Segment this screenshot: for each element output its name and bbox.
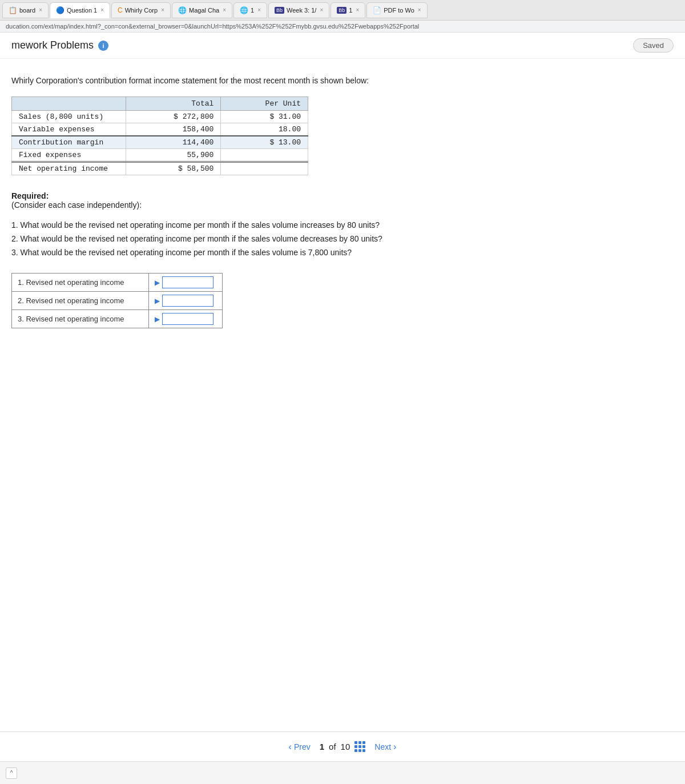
- answer-label-1: 1. Revised net operating income: [12, 274, 149, 292]
- scroll-up-indicator[interactable]: ^: [6, 767, 17, 779]
- info-icon[interactable]: i: [98, 41, 108, 51]
- of-label: of: [329, 742, 336, 751]
- tab-board-label: board: [19, 7, 35, 14]
- tab-board-close[interactable]: ×: [39, 7, 42, 13]
- tab-whirly-close[interactable]: ×: [161, 7, 164, 13]
- answer-input-cell-3: ▶: [148, 310, 222, 328]
- tab-pdf-label: PDF to Wo: [384, 7, 414, 14]
- row-netincome-total: $ 58,500: [126, 162, 221, 175]
- pagination-bar: ‹ Prev 1 of 10 Next ›: [0, 731, 685, 761]
- row-contrib-perunit: $ 13.00: [221, 136, 308, 149]
- prev-chevron-icon: ‹: [289, 742, 292, 752]
- arrow-icon-2: ▶: [155, 297, 160, 305]
- prev-label: Prev: [294, 742, 311, 751]
- table-row: Variable expenses 158,400 18.00: [12, 123, 308, 136]
- required-label: Required:: [11, 191, 674, 200]
- bottom-bar: ^: [0, 761, 685, 784]
- required-section: Required: (Consider each case independen…: [11, 191, 674, 210]
- intro-text: Whirly Corporation's contribution format…: [11, 76, 674, 85]
- page-header: mework Problems i Saved: [0, 33, 685, 59]
- answer-label-3: 3. Revised net operating income: [12, 310, 149, 328]
- tab-pdf-close[interactable]: ×: [418, 7, 421, 13]
- tab-week3-close[interactable]: ×: [320, 7, 323, 13]
- answer-input-3[interactable]: [162, 313, 213, 325]
- saved-badge: Saved: [633, 38, 674, 53]
- row-sales-perunit: $ 31.00: [221, 111, 308, 123]
- tab-whirly[interactable]: C Whirly Corp ×: [111, 2, 171, 18]
- tab-board[interactable]: 📋 board ×: [2, 2, 49, 18]
- tab-bb1-label: 1: [349, 7, 352, 14]
- answer-row-2: 2. Revised net operating income ▶: [12, 292, 223, 310]
- answer-label-2: 2. Revised net operating income: [12, 292, 149, 310]
- col-header-total: Total: [126, 97, 221, 111]
- main-content: Whirly Corporation's contribution format…: [0, 59, 685, 363]
- next-chevron-icon: ›: [393, 742, 396, 752]
- tab-week3-label: Week 3: 1/: [287, 7, 316, 14]
- tab-pdf[interactable]: 📄 PDF to Wo ×: [366, 2, 427, 18]
- tab-question1[interactable]: 🔵 Question 1 ×: [50, 2, 110, 18]
- tab-magal-close[interactable]: ×: [223, 7, 226, 13]
- tab-week3[interactable]: Bb Week 3: 1/ ×: [268, 2, 329, 18]
- row-contrib-label: Contribution margin: [12, 136, 126, 149]
- tab-magal-label: Magal Cha: [189, 7, 219, 14]
- question-1: 1. What would be the revised net operati…: [11, 219, 674, 232]
- answer-input-2[interactable]: [162, 295, 213, 307]
- next-label: Next: [374, 742, 391, 751]
- financial-table: Total Per Unit Sales (8,800 units) $ 272…: [11, 97, 308, 175]
- col-header-perunit: Per Unit: [221, 97, 308, 111]
- board-tab-icon: 📋: [9, 6, 17, 14]
- row-sales-label: Sales (8,800 units): [12, 111, 126, 123]
- page-title-area: mework Problems i: [11, 39, 108, 51]
- tab1-close[interactable]: ×: [257, 7, 261, 13]
- bb1-tab-icon: Bb: [337, 7, 346, 14]
- table-row-net: Net operating income $ 58,500: [12, 162, 308, 175]
- col-header-label: [12, 97, 126, 111]
- whirly-tab-icon: C: [118, 6, 123, 14]
- next-button[interactable]: Next ›: [374, 742, 396, 752]
- row-contrib-total: 114,400: [126, 136, 221, 149]
- tab-1-label: 1: [251, 7, 254, 14]
- row-fixexp-total: 55,900: [126, 149, 221, 162]
- tab1-icon: 🌐: [240, 6, 248, 14]
- row-fixexp-label: Fixed expenses: [12, 149, 126, 162]
- question-2: 2. What would be the revised net operati…: [11, 232, 674, 246]
- pdf-tab-icon: 📄: [373, 6, 381, 14]
- tab-question1-close[interactable]: ×: [100, 7, 104, 13]
- tab-magal[interactable]: 🌐 Magal Cha ×: [172, 2, 232, 18]
- answer-table: 1. Revised net operating income ▶ 2. Rev…: [11, 273, 223, 328]
- tab-whirly-label: Whirly Corp: [125, 7, 158, 14]
- answer-input-cell-2: ▶: [148, 292, 222, 310]
- answer-row-1: 1. Revised net operating income ▶: [12, 274, 223, 292]
- address-bar[interactable]: ducation.com/ext/map/index.html?_con=con…: [0, 21, 685, 33]
- row-varexp-label: Variable expenses: [12, 123, 126, 136]
- question1-tab-icon: 🔵: [56, 6, 65, 14]
- table-row: Fixed expenses 55,900: [12, 149, 308, 162]
- current-page: 1: [320, 742, 324, 751]
- question-3: 3. What would be the revised net operati…: [11, 246, 674, 260]
- table-row: Sales (8,800 units) $ 272,800 $ 31.00: [12, 111, 308, 123]
- required-bold: Required:: [11, 191, 49, 200]
- address-text: ducation.com/ext/map/index.html?_con=con…: [6, 23, 419, 30]
- row-varexp-total: 158,400: [126, 123, 221, 136]
- page-title: mework Problems: [11, 39, 94, 51]
- row-netincome-label: Net operating income: [12, 162, 126, 175]
- arrow-icon-1: ▶: [155, 279, 160, 287]
- magal-tab-icon: 🌐: [178, 6, 187, 14]
- grid-icon[interactable]: [354, 741, 365, 752]
- row-sales-total: $ 272,800: [126, 111, 221, 123]
- total-pages: 10: [341, 742, 350, 751]
- page-info: 1 of 10: [320, 741, 366, 752]
- row-fixexp-perunit: [221, 149, 308, 162]
- row-netincome-perunit: [221, 162, 308, 175]
- browser-tabs: 📋 board × 🔵 Question 1 × C Whirly Corp ×…: [0, 0, 685, 21]
- table-row-contribution: Contribution margin 114,400 $ 13.00: [12, 136, 308, 149]
- tab-1[interactable]: 🌐 1 ×: [233, 2, 267, 18]
- answer-input-1[interactable]: [162, 276, 213, 288]
- tab-bb1-close[interactable]: ×: [356, 7, 359, 13]
- tab-question1-label: Question 1: [67, 7, 97, 14]
- prev-button[interactable]: ‹ Prev: [289, 742, 311, 752]
- answer-input-cell-1: ▶: [148, 274, 222, 292]
- row-varexp-perunit: 18.00: [221, 123, 308, 136]
- tab-bb1[interactable]: Bb 1 ×: [331, 2, 365, 18]
- questions-list: 1. What would be the revised net operati…: [11, 219, 674, 259]
